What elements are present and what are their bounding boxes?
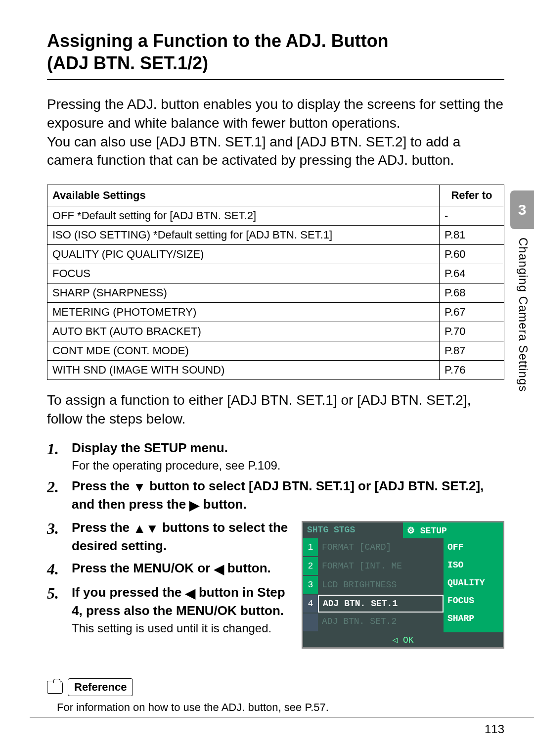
table-row: WITH SND (IMAGE WITH SOUND)P.76 xyxy=(47,361,504,380)
ref-cell: - xyxy=(440,206,504,226)
ref-cell: P.76 xyxy=(440,361,504,380)
reference-label: Reference xyxy=(68,678,133,696)
lcd-row-right: QUALITY xyxy=(444,574,503,592)
setting-cell: SHARP (SHARPNESS) xyxy=(47,284,440,303)
lcd-tab-setup: ⚙ SETUP xyxy=(403,522,503,538)
step-title: Display the SETUP menu. xyxy=(72,439,504,457)
intro-text: Pressing the ADJ. button enables you to … xyxy=(47,95,504,170)
lcd-row-num: 2 xyxy=(303,557,318,576)
lcd-row-right: OFF xyxy=(444,538,503,556)
settings-table: Available Settings Refer to OFF *Default… xyxy=(47,185,504,380)
step-title: Press the MENU/OK or ◀ button. xyxy=(72,560,289,578)
book-icon xyxy=(47,681,63,694)
table-row: FOCUSP.64 xyxy=(47,264,504,284)
lcd-screenshot: SHTG STGS ⚙ SETUP 1234 FORMAT [CARD]FORM… xyxy=(302,521,504,649)
ref-cell: P.64 xyxy=(440,264,504,284)
lcd-row-num: 4 xyxy=(303,595,318,614)
lcd-row-left: FORMAT [CARD] xyxy=(318,538,444,557)
ref-cell: P.68 xyxy=(440,284,504,303)
table-row: QUALITY (PIC QUALITY/SIZE)P.60 xyxy=(47,245,504,264)
down-triangle-icon: ▼ xyxy=(133,478,146,496)
table-row: METERING (PHOTOMETRY)P.67 xyxy=(47,303,504,322)
table-row: ISO (ISO SETTING) *Default setting for [… xyxy=(47,226,504,245)
lcd-tab-shooting: SHTG STGS xyxy=(303,522,403,538)
page-title: Assigning a Function to the ADJ. Button(… xyxy=(47,30,504,80)
setting-cell: CONT MDE (CONT. MODE) xyxy=(47,341,440,361)
ref-cell: P.81 xyxy=(440,226,504,245)
lcd-row-left: ADJ BTN. SET.1 xyxy=(318,595,444,613)
step-number: 4. xyxy=(47,560,72,578)
setting-cell: METERING (PHOTOMETRY) xyxy=(47,303,440,322)
setting-cell: FOCUS xyxy=(47,264,440,284)
lcd-row-left: LCD BRIGHTNESS xyxy=(318,576,444,595)
table-row: CONT MDE (CONT. MODE)P.87 xyxy=(47,341,504,361)
left-triangle-icon: ◀ xyxy=(185,585,195,602)
lcd-row-left: FORMAT [INT. ME xyxy=(318,557,444,576)
right-triangle-icon: ▶ xyxy=(189,497,199,514)
step-number: 3. xyxy=(47,519,72,555)
setting-cell: OFF *Default setting for [ADJ BTN. SET.2… xyxy=(47,206,440,226)
reference-text: For information on how to use the ADJ. b… xyxy=(57,701,504,714)
step-note: This setting is used until it is changed… xyxy=(72,621,289,635)
ref-cell: P.60 xyxy=(440,245,504,264)
step-number: 1. xyxy=(47,439,72,472)
setting-cell: ISO (ISO SETTING) *Default setting for [… xyxy=(47,226,440,245)
step-title: Press the ▲▼ buttons to select the desir… xyxy=(72,519,289,555)
left-triangle-icon: ◀ xyxy=(214,561,224,578)
chapter-tab: 3 xyxy=(510,190,534,229)
setting-cell: AUTO BKT (AUTO BRACKET) xyxy=(47,322,440,341)
lcd-row-right: SHARP xyxy=(444,610,503,627)
setting-cell: WITH SND (IMAGE WITH SOUND) xyxy=(47,361,440,380)
step-number: 5. xyxy=(47,584,72,635)
lcd-footer: ◁ OK xyxy=(303,632,503,647)
step-title: Press the ▼ button to select [ADJ BTN. S… xyxy=(72,477,504,514)
page-number: 113 xyxy=(30,717,534,736)
lcd-row-left: ADJ BTN. SET.2 xyxy=(318,613,444,631)
table-head-ref: Refer to xyxy=(440,185,504,206)
chapter-label: Changing Camera Settings xyxy=(515,237,530,392)
lcd-row-num: 3 xyxy=(303,576,318,595)
ref-cell: P.87 xyxy=(440,341,504,361)
lcd-row-num: 1 xyxy=(303,538,318,557)
lcd-row-num xyxy=(303,614,318,632)
step-title: If you pressed the ◀ button in Step 4, p… xyxy=(72,584,289,619)
ref-cell: P.67 xyxy=(440,303,504,322)
ref-cell: P.70 xyxy=(440,322,504,341)
setting-cell: QUALITY (PIC QUALITY/SIZE) xyxy=(47,245,440,264)
table-row: AUTO BKT (AUTO BRACKET)P.70 xyxy=(47,322,504,341)
lcd-row-right: FOCUS xyxy=(444,592,503,610)
after-table-text: To assign a function to either [ADJ BTN.… xyxy=(47,391,504,428)
table-row: SHARP (SHARPNESS)P.68 xyxy=(47,284,504,303)
step-note: For the operating procedure, see P.109. xyxy=(72,459,504,472)
step-number: 2. xyxy=(47,477,72,514)
up-down-triangle-icon: ▲▼ xyxy=(133,520,158,537)
table-row: OFF *Default setting for [ADJ BTN. SET.2… xyxy=(47,206,504,226)
lcd-row-right: ISO xyxy=(444,556,503,574)
table-head-setting: Available Settings xyxy=(47,185,440,206)
